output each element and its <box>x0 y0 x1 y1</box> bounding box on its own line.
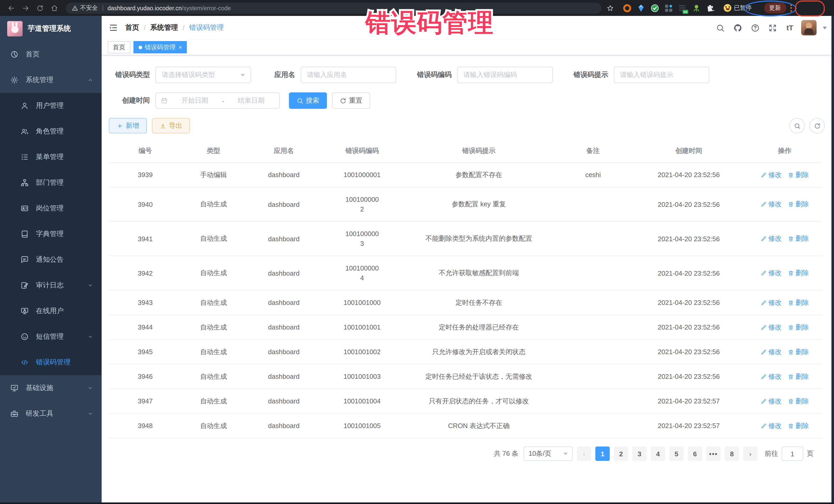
page-button-8[interactable]: 8 <box>725 446 739 461</box>
sidebar-item-audit-log[interactable]: 审计日志 <box>0 272 102 298</box>
sidebar-item-error-code-management[interactable]: 错误码管理 <box>0 350 102 375</box>
sidebar-item-sms-management[interactable]: 短信管理 <box>0 324 102 350</box>
error-message-input[interactable]: 请输入错误码提示 <box>614 67 709 83</box>
sidebar-logo[interactable]: 芋道管理系统 <box>0 16 102 42</box>
refresh-circle-button[interactable] <box>809 118 825 133</box>
tag-home[interactable]: 首页 <box>108 41 130 53</box>
cell-type: 自动生成 <box>182 256 245 290</box>
next-page-button[interactable]: › <box>743 446 758 461</box>
delete-link[interactable]: 删除 <box>788 396 809 406</box>
sidebar-item-notice[interactable]: 通知公告 <box>0 247 102 272</box>
edit-link[interactable]: 修改 <box>761 396 782 406</box>
hamburger-icon[interactable] <box>102 23 125 32</box>
user-icon <box>21 102 29 110</box>
browser-profile-chip[interactable]: 已暂停 <box>722 3 756 13</box>
sidebar-item-infrastructure[interactable]: 基础设施 <box>0 375 102 401</box>
delete-link[interactable]: 删除 <box>788 268 809 278</box>
edit-link[interactable]: 修改 <box>761 234 782 243</box>
sidebar-item-role-management[interactable]: 角色管理 <box>0 118 102 144</box>
green-check-extension-icon[interactable] <box>651 4 659 12</box>
delete-link[interactable]: 删除 <box>788 372 809 381</box>
export-button[interactable]: 导出 <box>152 118 190 133</box>
browser-home-button[interactable] <box>49 2 60 14</box>
green-sprout-extension-icon[interactable] <box>692 4 701 12</box>
avatar-caret-icon[interactable] <box>823 26 827 29</box>
help-icon[interactable] <box>749 22 761 34</box>
add-button[interactable]: 新增 <box>109 118 147 133</box>
not-secure-warning[interactable]: 不安全 <box>72 4 98 12</box>
more-pages-icon[interactable]: ••• <box>706 446 721 461</box>
trash-icon <box>788 349 794 355</box>
edit-link[interactable]: 修改 <box>761 347 782 356</box>
edit-link[interactable]: 修改 <box>761 421 782 430</box>
tag-error-code[interactable]: 错误码管理 × <box>133 41 187 53</box>
search-button[interactable]: 搜索 <box>289 92 327 109</box>
delete-link[interactable]: 删除 <box>788 347 809 356</box>
edit-link[interactable]: 修改 <box>761 170 782 179</box>
error-code-input[interactable]: 请输入错误码编码 <box>457 67 553 83</box>
calendar-icon <box>161 97 168 104</box>
orange-ring-extension-icon[interactable] <box>623 4 631 12</box>
page-button-6[interactable]: 6 <box>688 446 702 461</box>
page-size-select[interactable]: 10条/页 <box>524 446 573 461</box>
chrome-update-button[interactable]: 更新 <box>764 3 786 13</box>
blue-gem-extension-icon[interactable] <box>637 4 645 12</box>
reset-button[interactable]: 重置 <box>332 92 370 109</box>
tag-close-icon[interactable]: × <box>179 44 182 50</box>
page-button-2[interactable]: 2 <box>614 446 628 461</box>
goto-page-input[interactable]: 1 <box>782 446 803 461</box>
address-bar[interactable]: 不安全 dashboard.yudao.iocoder.cn/system/er… <box>66 2 601 14</box>
edit-link[interactable]: 修改 <box>761 298 782 307</box>
breadcrumb-system[interactable]: 系统管理 <box>150 23 178 32</box>
date-range-picker[interactable]: 开始日期 - 结束日期 <box>155 92 280 109</box>
sidebar-item-user-management[interactable]: 用户管理 <box>0 93 102 118</box>
browser-forward-button[interactable] <box>20 2 31 14</box>
fullscreen-icon[interactable] <box>766 22 778 34</box>
browser-back-button[interactable] <box>6 2 17 14</box>
sidebar-item-menu-management[interactable]: 菜单管理 <box>0 144 102 170</box>
cell-operations: 修改删除 <box>747 187 822 221</box>
table-row: 3942自动生成dashboard100100000 4不允许获取敏感配置到前端… <box>109 256 822 290</box>
sidebar-item-online-users[interactable]: 在线用户 <box>0 298 102 324</box>
delete-link[interactable]: 删除 <box>788 298 809 307</box>
delete-link[interactable]: 删除 <box>788 234 809 243</box>
delete-link[interactable]: 删除 <box>788 323 809 332</box>
page-button-5[interactable]: 5 <box>669 446 684 461</box>
sidebar-item-system-management[interactable]: 系统管理 <box>0 67 102 93</box>
github-icon[interactable] <box>731 22 744 34</box>
breadcrumb-home[interactable]: 首页 <box>125 23 139 32</box>
edit-link[interactable]: 修改 <box>761 200 782 209</box>
bookmark-star-icon[interactable] <box>607 4 614 12</box>
pagination: 共 76 条 10条/页 ‹ 123456•••8 › 前往 1 页 <box>109 438 827 468</box>
refresh-icon <box>814 123 820 129</box>
header-search-icon[interactable] <box>714 22 726 34</box>
puzzle-piece-extension-icon[interactable] <box>706 4 715 12</box>
sidebar-item-dept-management[interactable]: 部门管理 <box>0 170 102 196</box>
page-button-4[interactable]: 4 <box>651 446 665 461</box>
sidebar-item-dict-management[interactable]: 字典管理 <box>0 221 102 247</box>
delete-link[interactable]: 删除 <box>788 421 809 430</box>
delete-link[interactable]: 删除 <box>788 170 809 179</box>
show-search-circle-button[interactable] <box>789 118 805 133</box>
delete-link[interactable]: 删除 <box>788 200 809 209</box>
sidebar-item-post-management[interactable]: 岗位管理 <box>0 196 102 221</box>
screenshot-stage: 不安全 dashboard.yudao.iocoder.cn/system/er… <box>0 0 834 504</box>
browser-reload-button[interactable] <box>35 2 46 14</box>
sidebar-item-home[interactable]: 首页 <box>0 42 102 67</box>
edit-link[interactable]: 修改 <box>761 268 782 278</box>
font-size-icon[interactable]: tT <box>784 22 796 34</box>
sidebar-item-dev-tools[interactable]: 研发工具 <box>0 401 102 426</box>
page-scrollbar[interactable] <box>831 16 834 504</box>
adblock-list-extension-icon[interactable]: on <box>679 4 687 12</box>
grid-diamond-extension-icon[interactable] <box>665 4 673 12</box>
error-type-select[interactable]: 请选择错误码类型 <box>155 67 251 83</box>
app-name-input[interactable]: 请输入应用名 <box>301 67 396 83</box>
user-avatar[interactable] <box>801 20 816 36</box>
edit-link[interactable]: 修改 <box>761 323 782 332</box>
prev-page-button[interactable]: ‹ <box>577 446 591 461</box>
browser-menu-icon[interactable] <box>790 4 792 12</box>
page-button-3[interactable]: 3 <box>632 446 647 461</box>
edit-link[interactable]: 修改 <box>761 372 782 381</box>
page-button-1[interactable]: 1 <box>595 446 610 461</box>
menu-list-icon <box>21 153 29 161</box>
